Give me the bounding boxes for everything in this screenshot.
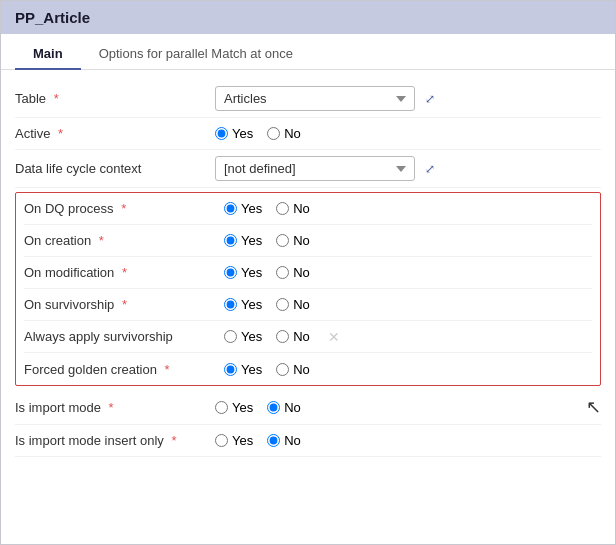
annotation-box: Configuration for initialization from an…	[610, 203, 616, 333]
main-content: Table * Articles ⤢ Active *	[1, 70, 615, 467]
is-import-mode-insert-only-control: Yes No	[215, 433, 601, 448]
on-creation-no-radio[interactable]	[276, 234, 289, 247]
on-dq-process-no-radio[interactable]	[276, 202, 289, 215]
on-modification-label: On modification *	[24, 265, 224, 280]
on-creation-control: Yes No	[224, 233, 592, 248]
forced-golden-yes-radio[interactable]	[224, 363, 237, 376]
data-lifecycle-control: [not defined] ⤢	[215, 156, 601, 181]
on-dq-process-row: On DQ process * Yes No	[24, 193, 592, 225]
always-apply-survivorship-no-label[interactable]: No	[276, 329, 310, 344]
always-apply-survivorship-label: Always apply survivorship	[24, 329, 224, 344]
is-import-mode-control: Yes No	[215, 400, 571, 415]
active-yes-radio[interactable]	[215, 127, 228, 140]
table-external-link-icon[interactable]: ⤢	[425, 92, 435, 106]
always-apply-survivorship-no-radio[interactable]	[276, 330, 289, 343]
forced-golden-creation-row: Forced golden creation * Yes No	[24, 353, 592, 385]
active-control: Yes No	[215, 126, 601, 141]
forced-golden-no-label[interactable]: No	[276, 362, 310, 377]
is-import-mode-insert-only-label: Is import mode insert only *	[15, 433, 215, 448]
is-import-mode-yes-radio[interactable]	[215, 401, 228, 414]
on-dq-process-yes-label[interactable]: Yes	[224, 201, 262, 216]
on-modification-row: On modification * Yes No	[24, 257, 592, 289]
always-apply-survivorship-row: Always apply survivorship Yes No ✕	[24, 321, 592, 353]
on-dq-process-label: On DQ process *	[24, 201, 224, 216]
on-dq-process-no-label[interactable]: No	[276, 201, 310, 216]
always-apply-survivorship-yes-label[interactable]: Yes	[224, 329, 262, 344]
active-no-radio[interactable]	[267, 127, 280, 140]
is-import-mode-no-label[interactable]: No	[267, 400, 301, 415]
table-control: Articles ⤢	[215, 86, 601, 111]
on-modification-no-label[interactable]: No	[276, 265, 310, 280]
is-import-mode-insert-only-no-radio[interactable]	[267, 434, 280, 447]
window-title: PP_Article	[15, 9, 90, 26]
on-creation-row: On creation * Yes No	[24, 225, 592, 257]
window: PP_Article Main Options for parallel Mat…	[0, 0, 616, 545]
on-survivorship-no-radio[interactable]	[276, 298, 289, 311]
is-import-mode-insert-only-yes-label[interactable]: Yes	[215, 433, 253, 448]
table-select[interactable]: Articles	[215, 86, 415, 111]
on-modification-control: Yes No	[224, 265, 592, 280]
content-wrapper: Table * Articles ⤢ Active *	[15, 80, 601, 457]
data-lifecycle-label: Data life cycle context	[15, 161, 215, 176]
forced-golden-creation-control: Yes No	[224, 362, 592, 377]
always-apply-survivorship-control: Yes No ✕	[224, 329, 592, 345]
active-field-row: Active * Yes No	[15, 118, 601, 150]
data-lifecycle-select[interactable]: [not defined]	[215, 156, 415, 181]
cursor-area: ↖	[571, 396, 601, 418]
is-import-mode-insert-only-yes-radio[interactable]	[215, 434, 228, 447]
is-import-mode-no-radio[interactable]	[267, 401, 280, 414]
table-required: *	[54, 91, 59, 106]
disabled-x-icon: ✕	[328, 329, 340, 345]
always-apply-survivorship-yes-radio[interactable]	[224, 330, 237, 343]
on-survivorship-yes-label[interactable]: Yes	[224, 297, 262, 312]
cursor-icon: ↖	[586, 397, 601, 417]
on-survivorship-control: Yes No	[224, 297, 592, 312]
on-dq-process-yes-radio[interactable]	[224, 202, 237, 215]
on-survivorship-label: On survivorship *	[24, 297, 224, 312]
on-creation-label: On creation *	[24, 233, 224, 248]
red-bordered-section: Configuration for initialization from an…	[15, 192, 601, 386]
on-modification-no-radio[interactable]	[276, 266, 289, 279]
on-survivorship-row: On survivorship * Yes No	[24, 289, 592, 321]
is-import-mode-insert-only-no-label[interactable]: No	[267, 433, 301, 448]
on-modification-yes-radio[interactable]	[224, 266, 237, 279]
is-import-mode-label: Is import mode *	[15, 400, 215, 415]
active-no-label[interactable]: No	[267, 126, 301, 141]
tab-bar: Main Options for parallel Match at once	[1, 38, 615, 70]
table-label: Table *	[15, 91, 215, 106]
forced-golden-yes-label[interactable]: Yes	[224, 362, 262, 377]
forced-golden-creation-label: Forced golden creation *	[24, 362, 224, 377]
data-lifecycle-external-link-icon[interactable]: ⤢	[425, 162, 435, 176]
on-creation-yes-label[interactable]: Yes	[224, 233, 262, 248]
on-modification-yes-label[interactable]: Yes	[224, 265, 262, 280]
title-bar: PP_Article	[1, 1, 615, 34]
table-field-row: Table * Articles ⤢	[15, 80, 601, 118]
on-creation-yes-radio[interactable]	[224, 234, 237, 247]
is-import-mode-row: Is import mode * Yes No ↖	[15, 390, 601, 425]
data-lifecycle-field-row: Data life cycle context [not defined] ⤢	[15, 150, 601, 188]
active-yes-label[interactable]: Yes	[215, 126, 253, 141]
active-required: *	[58, 126, 63, 141]
tab-main[interactable]: Main	[15, 38, 81, 70]
on-dq-process-control: Yes No	[224, 201, 592, 216]
on-creation-no-label[interactable]: No	[276, 233, 310, 248]
forced-golden-no-radio[interactable]	[276, 363, 289, 376]
on-survivorship-yes-radio[interactable]	[224, 298, 237, 311]
on-survivorship-no-label[interactable]: No	[276, 297, 310, 312]
is-import-mode-insert-only-row: Is import mode insert only * Yes No	[15, 425, 601, 457]
active-label: Active *	[15, 126, 215, 141]
is-import-mode-yes-label[interactable]: Yes	[215, 400, 253, 415]
tab-options[interactable]: Options for parallel Match at once	[81, 38, 311, 70]
